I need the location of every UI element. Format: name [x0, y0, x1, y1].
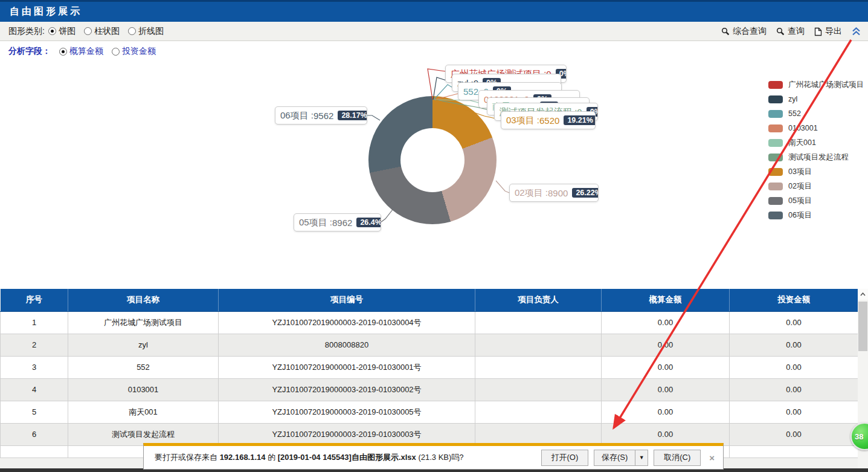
- project-table-wrap: 序号项目名称项目编号项目负责人概算金额投资金额 1广州花城广场测试项目YZJ10…: [0, 289, 858, 468]
- save-button[interactable]: 保存(S): [594, 450, 635, 466]
- table-cell: [1, 445, 68, 457]
- table-cell: [730, 445, 858, 457]
- table-cell: [475, 334, 602, 356]
- table-cell: 6: [1, 423, 68, 445]
- collapse-button[interactable]: [852, 27, 861, 36]
- radio-analysis-field-1[interactable]: 投资金额: [112, 46, 156, 57]
- table-row: 40103001YZJ1010072019000003-2019-0103000…: [1, 378, 858, 401]
- legend-item-1[interactable]: zyl: [768, 92, 864, 106]
- pie-label-6: 03项目 : 652019.21%: [501, 111, 596, 129]
- radio-chart-type-2[interactable]: 折线图: [128, 26, 164, 37]
- legend-item-4[interactable]: 南天001: [768, 135, 864, 150]
- legend-item-9[interactable]: 06项目: [768, 208, 864, 222]
- legend-label: 广州花城广场测试项目: [788, 80, 864, 90]
- table-cell: YZJ1010072019000003-2019-01030005号: [219, 401, 475, 423]
- legend-item-3[interactable]: 0103001: [768, 121, 864, 135]
- scrollbar-up-button[interactable]: [858, 289, 868, 300]
- table-cell: 0.00: [602, 401, 730, 423]
- radio-label: 柱状图: [94, 26, 120, 37]
- legend-swatch: [768, 139, 783, 147]
- radio-icon: [128, 27, 136, 35]
- radio-icon: [48, 27, 56, 35]
- caret-down-icon: ▼: [639, 454, 645, 461]
- legend-item-2[interactable]: 552: [768, 106, 864, 121]
- legend-swatch: [768, 183, 783, 190]
- table-row: 6测试项目发起流程YZJ1010072019000003-2019-010300…: [1, 423, 858, 445]
- table-cell: 0.00: [602, 334, 730, 356]
- table-cell: YZJ1010072019000001-2019-01030001号: [219, 356, 475, 378]
- table-cell: 4: [1, 378, 68, 401]
- pie-label-value: 9562: [313, 111, 333, 121]
- legend-label: 测试项目发起流程: [788, 152, 849, 163]
- radio-chart-type-1[interactable]: 柱状图: [84, 26, 120, 37]
- action-label: 综合查询: [733, 26, 767, 37]
- pie-label-percent: 26.22%: [572, 188, 599, 198]
- table-cell: 0.00: [730, 356, 858, 378]
- scrollbar-thumb[interactable]: [858, 302, 867, 351]
- table-cell: [475, 356, 602, 378]
- table-cell: 0.00: [730, 423, 858, 445]
- table-cell: 3: [1, 356, 68, 378]
- legend-label: 02项目: [788, 181, 812, 192]
- chart-type-radio-group: 饼图柱状图折线图: [48, 26, 164, 37]
- chevron-double-up-icon: [852, 27, 861, 36]
- radio-analysis-field-0[interactable]: 概算金额: [59, 46, 103, 57]
- legend-swatch: [768, 212, 783, 219]
- table-cell: [475, 401, 602, 423]
- pie-label-percent: 26.4%: [356, 218, 381, 228]
- column-header: 项目名称: [68, 289, 219, 311]
- legend-item-7[interactable]: 02项目: [768, 179, 864, 193]
- project-table: 序号项目名称项目编号项目负责人概算金额投资金额 1广州花城广场测试项目YZJ10…: [0, 289, 858, 458]
- legend-swatch: [768, 168, 783, 176]
- title-bar: 自由图形展示: [0, 0, 868, 22]
- close-icon[interactable]: ×: [709, 453, 715, 462]
- table-cell: [475, 423, 602, 445]
- column-header: 序号: [1, 289, 68, 311]
- donut-pie-chart[interactable]: [368, 96, 497, 224]
- legend-swatch: [768, 197, 783, 205]
- legend-item-5[interactable]: 测试项目发起流程: [768, 150, 864, 164]
- action-export[interactable]: 导出: [814, 26, 842, 37]
- table-head: 序号项目名称项目编号项目负责人概算金额投资金额: [1, 289, 858, 311]
- legend-swatch: [768, 110, 783, 118]
- open-button[interactable]: 打开(O): [541, 450, 588, 466]
- action-advanced-query[interactable]: 综合查询: [721, 26, 767, 37]
- table-cell: 1: [1, 311, 68, 334]
- table-cell: 0.00: [730, 378, 858, 401]
- column-header: 投资金额: [730, 289, 858, 311]
- pie-label-value: 8962: [332, 218, 352, 228]
- table-cell: 南天001: [68, 401, 219, 423]
- legend-item-0[interactable]: 广州花城广场测试项目: [768, 77, 864, 92]
- chart-legend: 广州花城广场测试项目zyl5520103001南天001测试项目发起流程03项目…: [768, 77, 864, 222]
- download-filename: [2019-01-04 145543]自由图形展示.xlsx: [278, 453, 416, 462]
- legend-swatch: [768, 95, 783, 103]
- pie-label-value: 6520: [539, 115, 559, 126]
- table-cell: 0.00: [602, 378, 730, 401]
- pie-label-9: 06项目 : 956228.17%: [275, 106, 367, 124]
- legend-item-6[interactable]: 03项目: [768, 164, 864, 179]
- table-cell: zyl: [68, 334, 219, 356]
- radio-icon: [84, 27, 92, 35]
- download-message-mid: 的: [266, 453, 278, 462]
- pie-label-name: 03项目 :: [506, 115, 539, 126]
- chart-type-toolbar: 图形类别: 饼图柱状图折线图 综合查询查询导出: [0, 22, 868, 41]
- legend-label: 0103001: [788, 124, 818, 132]
- legend-swatch: [768, 154, 783, 161]
- save-dropdown-button[interactable]: ▼: [635, 450, 648, 466]
- cancel-button[interactable]: 取消(C): [654, 450, 701, 466]
- chevron-up-icon: [860, 293, 866, 296]
- table-cell: 5: [1, 401, 68, 423]
- badge-count: 38: [855, 432, 863, 441]
- legend-item-8[interactable]: 05项目: [768, 193, 864, 208]
- table-cell: YZJ1010072019000003-2019-01030004号: [219, 311, 475, 334]
- table-cell: 0.00: [602, 423, 730, 445]
- pie-label-value: 8900: [548, 188, 568, 198]
- radio-icon: [59, 48, 67, 56]
- column-header: 概算金额: [602, 289, 730, 311]
- radio-chart-type-0[interactable]: 饼图: [48, 26, 76, 37]
- pie-label-percent: 19.21%: [564, 115, 596, 126]
- action-query[interactable]: 查询: [776, 26, 805, 37]
- toolbar-actions: 综合查询查询导出: [721, 22, 861, 41]
- radio-label: 饼图: [59, 26, 76, 37]
- action-label: 导出: [825, 26, 842, 37]
